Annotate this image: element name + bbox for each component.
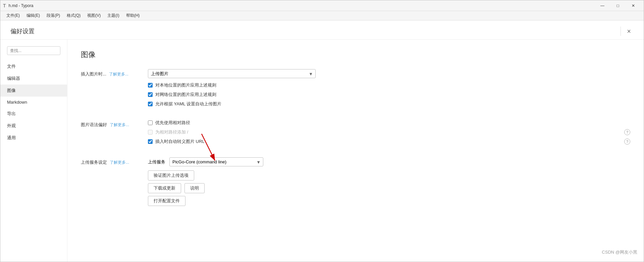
- open-config-row: 打开配置文件: [148, 196, 630, 206]
- help-icon-escape-url[interactable]: ?: [624, 139, 630, 145]
- upload-service-dropdown[interactable]: PicGo-Core (command line) PicGo (app) cu…: [169, 157, 263, 166]
- sidebar-item-image[interactable]: 图像: [0, 85, 67, 97]
- download-update-button[interactable]: 下载或更新: [148, 183, 181, 193]
- window-title: h.md - Typora: [9, 3, 34, 8]
- title-bar-left: T h.md - Typora: [3, 3, 33, 8]
- help-icon-add-slash[interactable]: ?: [624, 129, 630, 135]
- image-syntax-label: 图片语法偏好: [81, 122, 107, 128]
- checkbox-network-rule: 对网络位置的图片应用上述规则: [148, 92, 630, 98]
- window-controls: — □ ✕: [595, 0, 641, 11]
- extra-buttons-row: 下载或更新 说明: [148, 183, 630, 193]
- open-config-button[interactable]: 打开配置文件: [148, 196, 185, 206]
- title-bar: T h.md - Typora — □ ✕: [0, 0, 644, 11]
- menu-edit[interactable]: 编辑(E): [23, 11, 43, 20]
- checkbox-add-slash-label: 为相对路径添加 /: [155, 129, 188, 135]
- dialog-header: 偏好设置 ×: [0, 20, 644, 40]
- header-divider: [621, 27, 621, 36]
- sidebar-item-general[interactable]: 通用: [0, 132, 67, 144]
- content-area: 图像 插入图片时... 了解更多... 上传图片 无特殊操作 复制到当前文件夹: [67, 40, 644, 262]
- image-syntax-controls: 优先使用相对路径 为相对路径添加 / ? 插入: [148, 120, 630, 148]
- upload-service-label: 上传服务设定: [81, 159, 107, 165]
- menu-help[interactable]: 帮助(H): [123, 11, 143, 20]
- menu-view[interactable]: 视图(V): [84, 11, 104, 20]
- menu-file[interactable]: 文件(E): [3, 11, 23, 20]
- checkbox-local-rule: 对本地位置的图片应用上述规则: [148, 82, 630, 88]
- sidebar-item-appearance[interactable]: 外观: [0, 120, 67, 132]
- upload-service-selector-row: 上传服务 PicGo-Core (command line) PicGo (ap…: [148, 157, 630, 166]
- image-syntax-learn-more[interactable]: 了解更多...: [110, 122, 129, 128]
- app-window: T h.md - Typora — □ ✕ 文件(E) 编辑(E) 段落(P) …: [0, 0, 644, 262]
- window-close-button[interactable]: ✕: [626, 0, 641, 11]
- insert-image-label-group: 插入图片时... 了解更多...: [81, 69, 148, 77]
- checkbox-add-slash-input: [148, 130, 153, 135]
- upload-service-row: 上传服务设定 了解更多...: [81, 157, 630, 206]
- search-input[interactable]: [7, 46, 60, 55]
- checkbox-local-rule-label: 对本地位置的图片应用上述规则: [155, 82, 216, 88]
- checkbox-yaml-rule: 允许根据 YAML 设置自动上传图片: [148, 101, 630, 107]
- checkbox-relative-path: 优先使用相对路径: [148, 120, 630, 126]
- upload-service-controls: 上传服务 PicGo-Core (command line) PicGo (ap…: [148, 157, 630, 206]
- menu-theme[interactable]: 主题(I): [104, 11, 122, 20]
- sidebar-item-file[interactable]: 文件: [0, 60, 67, 72]
- checkbox-network-rule-label: 对网络位置的图片应用上述规则: [155, 92, 216, 98]
- image-syntax-label-group: 图片语法偏好 了解更多...: [81, 120, 148, 128]
- maximize-button[interactable]: □: [610, 0, 626, 11]
- checkbox-add-slash-row: 为相对路径添加 / ?: [148, 129, 630, 135]
- upload-service-label-group: 上传服务设定 了解更多...: [81, 157, 148, 165]
- upload-service-text-label: 上传服务: [148, 159, 165, 165]
- checkbox-local-rule-input[interactable]: [148, 83, 153, 88]
- upload-service-inner: 上传服务 PicGo-Core (command line) PicGo (ap…: [148, 157, 630, 180]
- menu-bar: 文件(E) 编辑(E) 段落(P) 格式(Q) 视图(V) 主题(I) 帮助(H…: [0, 11, 644, 20]
- insert-image-dropdown[interactable]: 上传图片 无特殊操作 复制到当前文件夹 复制到指定文件夹: [148, 69, 316, 78]
- checkbox-yaml-rule-input[interactable]: [148, 102, 153, 106]
- checkbox-yaml-rule-label: 允许根据 YAML 设置自动上传图片: [155, 101, 221, 107]
- sidebar-item-export[interactable]: 导出: [0, 108, 67, 120]
- insert-image-learn-more[interactable]: 了解更多...: [109, 71, 128, 77]
- sidebar-item-markdown[interactable]: Markdown: [0, 97, 67, 108]
- checkbox-escape-url-row: 插入时自动转义图片 URL ?: [148, 139, 630, 145]
- insert-image-row: 插入图片时... 了解更多... 上传图片 无特殊操作 复制到当前文件夹 复制到…: [81, 69, 630, 110]
- search-box: [7, 46, 60, 55]
- menu-format[interactable]: 格式(Q): [63, 11, 84, 20]
- minimize-button[interactable]: —: [595, 0, 610, 11]
- checkbox-relative-path-input[interactable]: [148, 120, 153, 125]
- checkbox-escape-url-input[interactable]: [148, 139, 153, 144]
- insert-image-label: 插入图片时...: [81, 71, 106, 77]
- sidebar: 文件 编辑器 图像 Markdown 导出 外观 通用: [0, 40, 67, 262]
- upload-service-dropdown-wrapper: PicGo-Core (command line) PicGo (app) cu…: [169, 157, 263, 166]
- watermark: CSDN @网友小黑: [602, 249, 637, 255]
- checkbox-add-slash: 为相对路径添加 /: [148, 129, 188, 135]
- app-icon: T: [3, 3, 6, 8]
- preferences-dialog: 偏好设置 × 文件 编辑器 图像 Markdown 导出 外观 通用: [0, 20, 644, 262]
- upload-service-learn-more[interactable]: 了解更多...: [110, 160, 129, 165]
- menu-paragraph[interactable]: 段落(P): [43, 11, 63, 20]
- verify-btn-row: 验证图片上传选项: [148, 170, 630, 180]
- sidebar-item-editor[interactable]: 编辑器: [0, 72, 67, 85]
- section-title: 图像: [81, 50, 630, 60]
- explain-button[interactable]: 说明: [184, 183, 205, 193]
- checkbox-network-rule-input[interactable]: [148, 92, 153, 97]
- checkbox-relative-path-label: 优先使用相对路径: [155, 120, 190, 126]
- insert-image-controls: 上传图片 无特殊操作 复制到当前文件夹 复制到指定文件夹 ▼ 对本地位置的图片应…: [148, 69, 630, 110]
- checkbox-escape-url: 插入时自动转义图片 URL: [148, 139, 205, 145]
- checkbox-escape-url-label: 插入时自动转义图片 URL: [155, 139, 205, 145]
- insert-image-dropdown-wrapper: 上传图片 无特殊操作 复制到当前文件夹 复制到指定文件夹 ▼: [148, 69, 316, 78]
- image-syntax-row: 图片语法偏好 了解更多... 优先使用相对路径 为相对路径添加 /: [81, 120, 630, 148]
- verify-upload-button[interactable]: 验证图片上传选项: [148, 170, 194, 180]
- dialog-title: 偏好设置: [10, 27, 35, 35]
- dialog-close-button[interactable]: ×: [624, 27, 634, 36]
- dialog-body: 文件 编辑器 图像 Markdown 导出 外观 通用 图像 插入图片时... …: [0, 40, 644, 262]
